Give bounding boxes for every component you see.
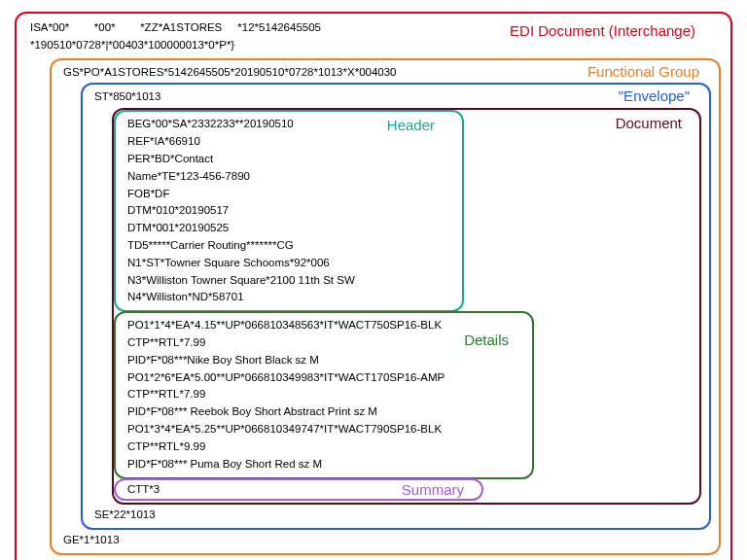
- header-line: DTM*001*20190525: [127, 220, 450, 237]
- details-line: PO1*1*4*EA*4.15**UP*066810348563*IT*WACT…: [127, 317, 520, 334]
- header-line: FOB*DF: [127, 186, 450, 203]
- header-line: TD5*****Carrier Routing*******CG: [127, 237, 450, 255]
- interchange-box: EDI Document (Interchange) ISA*00* *00* …: [15, 12, 732, 560]
- header-line: Name*TE*123-456-7890: [127, 168, 450, 186]
- se-line: SE*22*1013: [94, 507, 701, 524]
- details-line: CTP**RTL*7.99: [127, 386, 520, 403]
- details-box: Details PO1*1*4*EA*4.15**UP*066810348563…: [114, 311, 534, 478]
- details-line: PID*F*08*** Reebok Boy Short Abstract Pr…: [127, 403, 520, 421]
- functional-group-box: Functional Group GS*PO*A1STORES*51426455…: [50, 58, 721, 555]
- details-line: PO1*3*4*EA*5.25**UP*066810349747*IT*WACT…: [127, 421, 520, 438]
- ge-line: GE*1*1013: [63, 532, 711, 549]
- header-line: N3*Williston Towner Square*2100 11th St …: [127, 272, 450, 290]
- document-box: Document Header BEG*00*SA*2332233**20190…: [112, 108, 701, 505]
- details-line: CTP**RTL*7.99: [127, 334, 520, 352]
- functional-group-label: Functional Group: [587, 64, 699, 79]
- details-line: PID*F*08***Nike Boy Short Black sz M: [127, 352, 520, 369]
- isa-line-2: *190510*0728*|*00403*100000013*0*P*}: [30, 37, 721, 54]
- summary-box: Summary CTT*3: [114, 478, 483, 502]
- st-line: ST*850*1013: [94, 88, 701, 106]
- interchange-label: EDI Document (Interchange): [510, 23, 695, 38]
- details-line: PO1*2*6*EA*5.00**UP*066810349983*IT*WACT…: [127, 369, 520, 387]
- header-line: REF*IA*66910: [127, 133, 450, 151]
- summary-label: Summary: [402, 482, 464, 497]
- header-line: N1*ST*Towner Square Schooms*92*006: [127, 255, 450, 272]
- header-box: Header BEG*00*SA*2332233**20190510 REF*I…: [114, 110, 464, 312]
- envelope-box: "Envelope" ST*850*1013 Document Header B…: [81, 83, 711, 530]
- header-line: DTM*010*20190517: [127, 202, 450, 220]
- header-line: PER*BD*Contact: [127, 151, 450, 168]
- details-line: PID*F*08*** Puma Boy Short Red sz M: [127, 456, 520, 473]
- header-line: N4*Williston*ND*58701: [127, 289, 450, 306]
- details-label: Details: [464, 332, 509, 347]
- document-label: Document: [616, 116, 682, 130]
- details-line: CTP**RTL*9.99: [127, 438, 520, 456]
- header-label: Header: [387, 118, 435, 132]
- envelope-label: "Envelope": [619, 88, 690, 103]
